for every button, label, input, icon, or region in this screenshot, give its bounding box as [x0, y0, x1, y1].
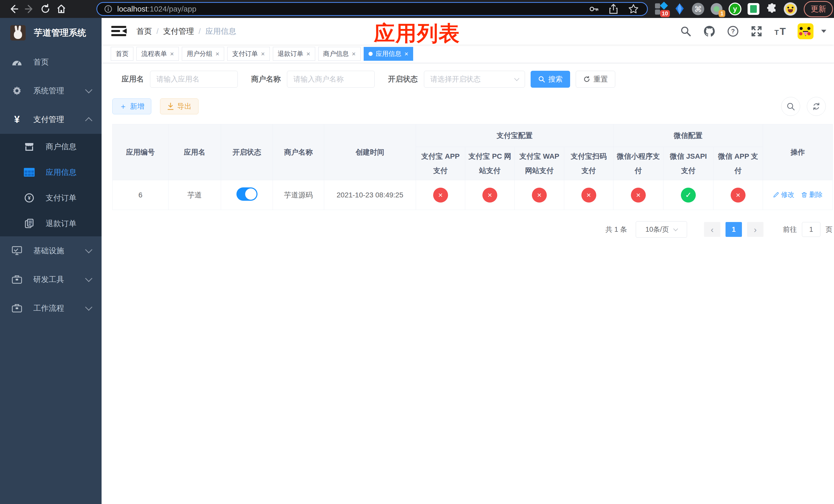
- col-wechat-mini: 微信小程序支付: [613, 147, 663, 180]
- extension-record-icon[interactable]: 1: [710, 2, 723, 16]
- extension-gem-icon[interactable]: [673, 2, 686, 16]
- extension-puzzle-icon[interactable]: [765, 2, 778, 16]
- github-icon[interactable]: [703, 25, 716, 38]
- app-logo-row: 芋道管理系统: [0, 18, 102, 48]
- edit-link[interactable]: 修改: [773, 190, 794, 199]
- page-number-1[interactable]: 1: [725, 222, 742, 237]
- url-bar[interactable]: localhost:1024/pay/app: [96, 2, 648, 16]
- tab-merchant-info[interactable]: 商户信息×: [318, 47, 360, 61]
- tab-pay-orders[interactable]: 支付订单×: [227, 47, 269, 61]
- password-key-icon[interactable]: [589, 4, 599, 14]
- show-search-button[interactable]: [781, 97, 800, 116]
- grid-table-icon: [24, 168, 35, 177]
- sidebar-item-refund-orders[interactable]: 退款订单: [0, 211, 102, 236]
- header-search-icon[interactable]: [680, 25, 692, 38]
- sidebar-item-infra[interactable]: 基础设施: [0, 236, 102, 265]
- breadcrumb-payment[interactable]: 支付管理: [163, 26, 194, 37]
- sidebar-item-payment[interactable]: ¥ 支付管理: [0, 105, 102, 134]
- site-info-icon[interactable]: [104, 5, 113, 13]
- user-avatar[interactable]: [797, 23, 813, 39]
- tab-process-form[interactable]: 流程表单×: [136, 47, 179, 61]
- tab-user-group[interactable]: 用户分组×: [182, 47, 224, 61]
- cell-created: 2021-10-23 08:49:25: [324, 180, 416, 210]
- cell-app-id: 6: [113, 180, 169, 210]
- extension-notes-icon[interactable]: [747, 2, 760, 16]
- merchant-name-label: 商户名称: [251, 74, 281, 84]
- tab-app-info[interactable]: 应用信息×: [364, 47, 413, 61]
- channel-status-icon: ✓: [681, 188, 696, 203]
- annotation-overlay-title: 应用列表: [374, 20, 460, 48]
- extension-command-icon[interactable]: ⌘: [692, 2, 705, 16]
- sidebar-item-pay-orders[interactable]: ¥ 支付订单: [0, 185, 102, 211]
- close-icon[interactable]: ×: [404, 50, 408, 57]
- sidebar-item-home[interactable]: 首页: [0, 48, 102, 76]
- sidebar-item-system[interactable]: 系统管理: [0, 76, 102, 105]
- col-app-name: 应用名: [169, 124, 221, 180]
- close-icon[interactable]: ×: [215, 50, 219, 57]
- search-icon: [786, 102, 795, 111]
- app-logo-rabbit: [10, 25, 26, 41]
- help-icon[interactable]: ?: [727, 25, 739, 38]
- browser-reload-icon[interactable]: [38, 2, 53, 16]
- browser-back-icon[interactable]: [6, 2, 22, 16]
- col-status: 开启状态: [221, 124, 273, 180]
- delete-link[interactable]: 删除: [801, 190, 823, 199]
- extension-tiles-icon[interactable]: 10: [655, 2, 668, 16]
- monitor-icon: [11, 246, 23, 255]
- dashboard-icon: [11, 58, 23, 66]
- browser-home-icon[interactable]: [53, 2, 69, 16]
- profile-avatar-icon[interactable]: [784, 2, 797, 16]
- close-icon[interactable]: ×: [306, 50, 310, 57]
- reset-button[interactable]: 重置: [576, 71, 615, 88]
- browser-forward-icon[interactable]: [22, 2, 38, 16]
- status-toggle[interactable]: [237, 187, 258, 201]
- add-button[interactable]: ＋ 新增: [112, 98, 151, 114]
- page-size-select[interactable]: 10条/页: [636, 221, 687, 238]
- bookmark-star-icon[interactable]: [628, 4, 639, 14]
- cell-app-name: 芋道: [169, 180, 221, 210]
- col-wechat-jsapi: 微信 JSAPI 支付: [663, 147, 714, 180]
- prev-page-button[interactable]: ‹: [704, 222, 720, 237]
- tab-refund-orders[interactable]: 退款订单×: [273, 47, 315, 61]
- status-select[interactable]: 请选择开启状态: [424, 71, 525, 88]
- channel-status-icon: ×: [532, 188, 547, 203]
- app-name-input[interactable]: [150, 71, 238, 88]
- sidebar-item-workflow[interactable]: 工作流程: [0, 294, 102, 322]
- svg-text:T: T: [780, 26, 786, 37]
- refresh-table-button[interactable]: [807, 97, 826, 116]
- extension-badge: 1: [719, 10, 725, 17]
- search-icon: [538, 76, 545, 83]
- next-page-button[interactable]: ›: [747, 222, 764, 237]
- chevron-down-icon: [85, 275, 92, 282]
- close-icon[interactable]: ×: [261, 50, 265, 57]
- trash-icon: [801, 192, 807, 198]
- export-button[interactable]: 导出: [160, 98, 198, 114]
- url-text[interactable]: localhost:1024/pay/app: [117, 5, 589, 13]
- close-icon[interactable]: ×: [170, 50, 174, 57]
- channel-status-icon: ×: [731, 188, 746, 203]
- tab-home[interactable]: 首页: [111, 47, 133, 61]
- status-label: 开启状态: [388, 74, 418, 84]
- extensions-area: 10 ⌘ 1 y: [655, 2, 797, 16]
- channel-status-icon: ×: [433, 188, 448, 203]
- avatar-caret-icon[interactable]: [821, 30, 826, 33]
- extension-y-icon[interactable]: y: [728, 2, 742, 16]
- hamburger-icon[interactable]: [110, 23, 127, 39]
- font-size-icon[interactable]: TT: [774, 25, 786, 38]
- browser-update-button[interactable]: 更新: [804, 1, 833, 17]
- plus-icon: ＋: [119, 102, 127, 110]
- col-created: 创建时间: [324, 124, 416, 180]
- sidebar-item-app-info[interactable]: 应用信息: [0, 159, 102, 185]
- fullscreen-icon[interactable]: [750, 25, 763, 38]
- search-button[interactable]: 搜索: [531, 71, 570, 88]
- merchant-name-input[interactable]: [287, 71, 375, 88]
- share-icon[interactable]: [609, 4, 618, 14]
- app-table: 应用编号 应用名 开启状态 商户名称 创建时间 支付宝配置 微信配置 操作 支付…: [112, 124, 833, 210]
- chevron-down-icon: [674, 226, 678, 231]
- svg-text:¥: ¥: [28, 195, 31, 201]
- close-icon[interactable]: ×: [352, 50, 356, 57]
- sidebar-item-dev-tools[interactable]: 研发工具: [0, 265, 102, 294]
- breadcrumb-home[interactable]: 首页: [136, 26, 152, 37]
- goto-page-input[interactable]: [802, 222, 820, 237]
- sidebar-item-merchant-info[interactable]: 商户信息: [0, 134, 102, 159]
